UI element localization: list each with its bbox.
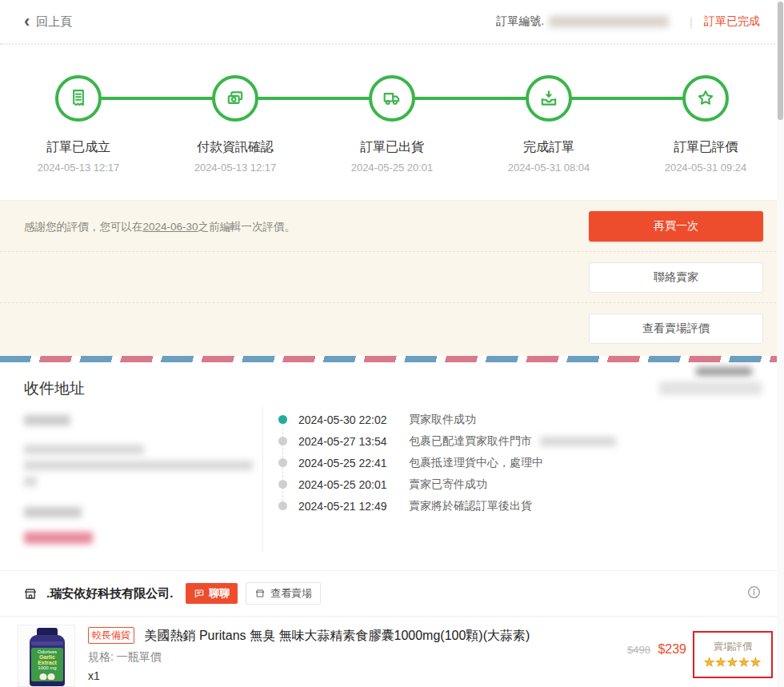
timeline-dot bbox=[278, 480, 287, 489]
product-quantity: x1 bbox=[88, 669, 592, 682]
timeline-desc: 賣家將於確認訂單後出貨 bbox=[409, 499, 532, 513]
address-line-redacted bbox=[24, 461, 253, 470]
store-link-redacted bbox=[24, 532, 93, 544]
address-line2-redacted bbox=[24, 477, 37, 486]
note-edit-deadline: 2024-06-30 bbox=[143, 221, 198, 233]
step-label: 付款資訊確認 bbox=[197, 139, 274, 156]
order-number-redacted bbox=[549, 16, 669, 27]
step-payment-confirmed: 付款資訊確認 2024-05-13 12:17 bbox=[157, 75, 314, 174]
timeline-row: 2024-05-30 22:02 買家取件成功 bbox=[276, 409, 616, 430]
receipt-icon bbox=[55, 75, 102, 122]
step-shipped: 訂單已出貨 2024-05-25 20:01 bbox=[314, 75, 470, 174]
back-label: 回上頁 bbox=[36, 14, 72, 30]
info-icon[interactable] bbox=[746, 585, 762, 603]
original-price: $498 bbox=[627, 644, 650, 656]
seller-name[interactable]: .瑞安依好科技有限公司. bbox=[46, 586, 173, 601]
back-button[interactable]: ‹ 回上頁 bbox=[24, 13, 72, 30]
view-shop-button[interactable]: 查看賣場 bbox=[246, 582, 321, 605]
airmail-divider bbox=[0, 356, 784, 362]
shop-rating-highlight-box[interactable]: 賣場評價 ★★★★★ bbox=[693, 631, 773, 678]
product-spec: 規格: 一瓶單價 bbox=[88, 650, 592, 665]
chat-button[interactable]: 聊聊 bbox=[186, 583, 238, 604]
step-label: 訂單已出貨 bbox=[360, 139, 424, 156]
price-group: $498 $239 bbox=[627, 642, 686, 657]
recipient-phone-redacted bbox=[24, 445, 144, 454]
step-time: 2024-05-31 08:04 bbox=[508, 162, 590, 174]
timeline-time: 2024-05-21 12:49 bbox=[298, 500, 401, 513]
order-number-label: 訂單編號. bbox=[496, 14, 544, 29]
review-note-row: 感謝您的評價，您可以在2024-06-30之前編輯一次評價。 再買一次 bbox=[0, 201, 784, 252]
payment-icon bbox=[212, 75, 258, 122]
product-info: 較長備貨 美國熱銷 Puritans 無臭 無味大蒜精素食膠囊1000mg(10… bbox=[88, 627, 592, 682]
contact-seller-button[interactable]: 聯絡賣家 bbox=[589, 262, 763, 293]
shop-small-icon bbox=[254, 588, 266, 599]
timeline-dot-active bbox=[278, 415, 287, 424]
product-thumbnail[interactable]: Odorless Garlic Extract 1000 mg bbox=[18, 625, 75, 687]
product-title[interactable]: 美國熱銷 Puritans 無臭 無味大蒜精素食膠囊1000mg(100顆)(大… bbox=[144, 629, 530, 642]
timeline-desc: 買家取件成功 bbox=[409, 413, 476, 427]
step-time: 2024-05-13 12:17 bbox=[38, 162, 120, 174]
contact-seller-row: 聯絡賣家 bbox=[0, 252, 784, 303]
carrier-name-redacted bbox=[696, 367, 752, 376]
shop-rating-label: 賣場評價 bbox=[694, 640, 771, 653]
order-status-badge: 訂單已完成 bbox=[704, 14, 760, 29]
step-completed: 完成訂單 2024-05-31 08:04 bbox=[470, 75, 627, 174]
shop-rating-stars: ★★★★★ bbox=[694, 655, 771, 669]
back-chevron-icon: ‹ bbox=[24, 13, 30, 30]
step-label: 完成訂單 bbox=[523, 139, 574, 156]
chat-icon bbox=[194, 588, 205, 599]
recipient-name-redacted bbox=[24, 415, 70, 425]
garlic-graphic bbox=[40, 673, 55, 680]
timeline-desc: 包裹已配達買家取件門市 bbox=[409, 434, 532, 449]
order-progress-stepper: 訂單已成立 2024-05-13 12:17 付款資訊確認 2024-05-13… bbox=[0, 45, 784, 200]
note-text: 感謝您的評價，您可以在 bbox=[24, 221, 143, 233]
view-shop-rating-row: 查看賣場評價 bbox=[0, 303, 784, 356]
order-header: ‹ 回上頁 訂單編號. | 訂單已完成 bbox=[0, 0, 784, 45]
review-edit-note: 感謝您的評價，您可以在2024-06-30之前編輯一次評價。 bbox=[24, 220, 295, 234]
step-label: 訂單已成立 bbox=[46, 139, 110, 156]
bottle-body: Odorless Garlic Extract 1000 mg bbox=[30, 635, 65, 686]
step-time: 2024-05-31 09:24 bbox=[665, 162, 747, 174]
pickup-store-redacted bbox=[540, 437, 616, 446]
step-time: 2024-05-25 20:01 bbox=[351, 162, 434, 174]
shipping-address-title: 收件地址 bbox=[24, 378, 85, 399]
bottle-label-line2: Garlic Extract bbox=[31, 654, 63, 665]
timeline-row: 2024-05-21 12:49 賣家將於確認訂單後出貨 bbox=[276, 495, 616, 517]
preorder-tag: 較長備貨 bbox=[88, 627, 134, 644]
inbox-icon bbox=[526, 75, 572, 122]
star-icon bbox=[682, 75, 729, 122]
header-order-info: 訂單編號. | 訂單已完成 bbox=[496, 14, 760, 29]
current-price: $239 bbox=[658, 642, 686, 656]
note-text-suffix: 之前編輯一次評價。 bbox=[198, 221, 296, 233]
truck-icon bbox=[369, 75, 415, 122]
tracking-number-redacted bbox=[659, 381, 762, 395]
buy-again-button[interactable]: 再買一次 bbox=[589, 211, 763, 242]
bottle-label: Odorless Garlic Extract 1000 mg bbox=[31, 648, 63, 681]
timeline-time: 2024-05-25 20:01 bbox=[298, 478, 401, 491]
bottle-label-line3: 1000 mg bbox=[31, 665, 63, 670]
address-tracking-divider bbox=[262, 406, 263, 553]
timeline-row: 2024-05-27 13:54 包裹已配達買家取件門市 bbox=[276, 430, 616, 452]
timeline-row: 2024-05-25 22:41 包裹抵達理貨中心，處理中 bbox=[276, 452, 616, 473]
timeline-row: 2024-05-25 20:01 賣家已寄件成功 bbox=[276, 473, 616, 495]
timeline-time: 2024-05-30 22:02 bbox=[298, 413, 401, 426]
timeline-time: 2024-05-27 13:54 bbox=[298, 435, 401, 448]
store-name-redacted bbox=[24, 507, 82, 517]
order-actions-section: 感謝您的評價，您可以在2024-06-30之前編輯一次評價。 再買一次 聯絡賣家… bbox=[0, 200, 784, 356]
order-detail-page: ‹ 回上頁 訂單編號. | 訂單已完成 訂單已成立 2024-05-13 12:… bbox=[0, 0, 784, 687]
step-time: 2024-05-13 12:17 bbox=[194, 162, 277, 174]
step-rated: 訂單已評價 2024-05-31 09:24 bbox=[627, 75, 784, 174]
timeline-time: 2024-05-25 22:41 bbox=[298, 457, 401, 469]
step-label: 訂單已評價 bbox=[674, 139, 738, 156]
timeline-dot bbox=[278, 501, 287, 510]
shipping-section: 收件地址 2024-05-30 22:02 買家取件成功 2024-05-27 … bbox=[0, 362, 784, 570]
timeline-dot bbox=[278, 437, 287, 445]
step-order-placed: 訂單已成立 2024-05-13 12:17 bbox=[0, 75, 157, 174]
order-item-row[interactable]: Odorless Garlic Extract 1000 mg 較長備貨 美國熱… bbox=[0, 617, 784, 687]
view-shop-rating-button[interactable]: 查看賣場評價 bbox=[589, 314, 763, 344]
chat-button-label: 聊聊 bbox=[209, 586, 230, 601]
timeline-desc: 賣家已寄件成功 bbox=[409, 477, 487, 492]
seller-bar: .瑞安依好科技有限公司. 聊聊 查看賣場 bbox=[0, 570, 784, 617]
timeline-desc: 包裹抵達理貨中心，處理中 bbox=[409, 456, 543, 470]
view-shop-button-label: 查看賣場 bbox=[270, 586, 312, 601]
